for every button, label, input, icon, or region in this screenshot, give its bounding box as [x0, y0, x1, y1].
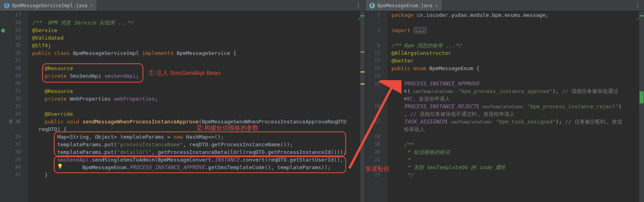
tab-label: BpmMessageEnum.java	[377, 3, 432, 8]
editor-pane-left: C BpmMessageServiceImpl.java × ⋮ ✓ 17 18…	[0, 0, 365, 202]
editor-pane-right: E BpmMessageEnum.java × ⋮ ✓ 1 3 6 11 12 …	[365, 0, 644, 202]
line-number: 39	[0, 156, 21, 164]
file-tab[interactable]: E BpmMessageEnum.java ×	[365, 0, 442, 11]
line-number: 17	[365, 118, 380, 125]
editor[interactable]: 1 3 6 11 12 13 14 15 16 17 18 19 20 21 2…	[365, 11, 644, 202]
line-number: 34	[0, 110, 21, 118]
tab-bar: C BpmMessageServiceImpl.java × ⋮	[0, 0, 365, 11]
line-number: 6	[365, 42, 380, 49]
scrollbar[interactable]	[360, 11, 365, 202]
line-number: 29	[0, 72, 21, 80]
class-icon: C	[4, 3, 10, 8]
tab-bar: E BpmMessageEnum.java × ⋮	[365, 0, 644, 11]
tab-label: BpmMessageServiceImpl.java	[12, 3, 88, 8]
line-number: 40	[0, 164, 21, 171]
line-number: 18	[365, 133, 380, 141]
line-number: 22	[365, 164, 380, 171]
line-number: 32	[0, 95, 21, 103]
line-number: 36	[0, 133, 21, 141]
editor[interactable]: 17 18 ⬤23 24 25 26 27 28 29 30 31 32 33 …	[0, 11, 365, 202]
line-number	[0, 125, 21, 133]
line-number	[365, 19, 380, 26]
inspection-ok-icon[interactable]: ✓	[358, 15, 361, 22]
line-number: 16	[365, 103, 380, 110]
line-number: 27	[0, 57, 21, 65]
gutter: 17 18 ⬤23 24 25 26 27 28 29 30 31 32 33 …	[0, 11, 28, 202]
line-number: 33	[0, 103, 21, 110]
line-number: 19	[365, 141, 380, 148]
close-icon[interactable]: ×	[90, 3, 93, 8]
scrollbar[interactable]	[639, 11, 644, 202]
code-area[interactable]: /** BPM 消息 Service 实现类 ...*/ @Service @V…	[28, 11, 365, 202]
line-number: 15	[365, 80, 380, 87]
line-number: 3	[365, 26, 380, 34]
more-icon[interactable]: ⋮	[634, 2, 641, 9]
line-number	[365, 95, 380, 103]
line-number	[365, 110, 380, 118]
enum-icon: E	[369, 3, 375, 8]
file-tab[interactable]: C BpmMessageServiceImpl.java ×	[0, 0, 97, 11]
line-number	[365, 34, 380, 42]
line-number: ⬇@ 35	[0, 118, 21, 125]
override-icon[interactable]: ⬇	[17, 118, 19, 125]
line-number: ⬤23	[0, 26, 21, 34]
close-icon[interactable]: ×	[435, 3, 438, 8]
line-number: 13	[365, 65, 380, 72]
line-number: 17	[0, 11, 21, 19]
line-number: 24	[0, 34, 21, 42]
line-number: 30	[0, 80, 21, 87]
line-number: 37	[0, 141, 21, 148]
inspection-ok-icon[interactable]: ✓	[637, 15, 640, 22]
line-number: 41	[0, 171, 21, 179]
line-number: 20	[365, 148, 380, 156]
line-number: 25	[0, 42, 21, 49]
line-number	[365, 87, 380, 95]
gutter: 1 3 6 11 12 13 14 15 16 17 18 19 20 21 2…	[365, 11, 387, 202]
line-number: 1	[365, 11, 380, 19]
line-number: 14	[365, 72, 380, 80]
line-number: 28	[0, 65, 21, 72]
line-number: 38	[0, 148, 21, 156]
code-area[interactable]: package cn.iocoder.yudao.module.bpm.enum…	[387, 11, 644, 202]
line-number: 23	[365, 171, 380, 179]
line-number: 18	[0, 19, 21, 26]
line-number: 11	[365, 49, 380, 57]
more-icon[interactable]: ⋮	[355, 2, 362, 9]
line-number	[365, 125, 380, 133]
line-number: 31	[0, 87, 21, 95]
line-number: 21	[365, 156, 380, 164]
line-number: 12	[365, 57, 380, 65]
line-number: 26	[0, 49, 21, 57]
intention-bulb-icon[interactable]: 💡	[57, 164, 63, 169]
